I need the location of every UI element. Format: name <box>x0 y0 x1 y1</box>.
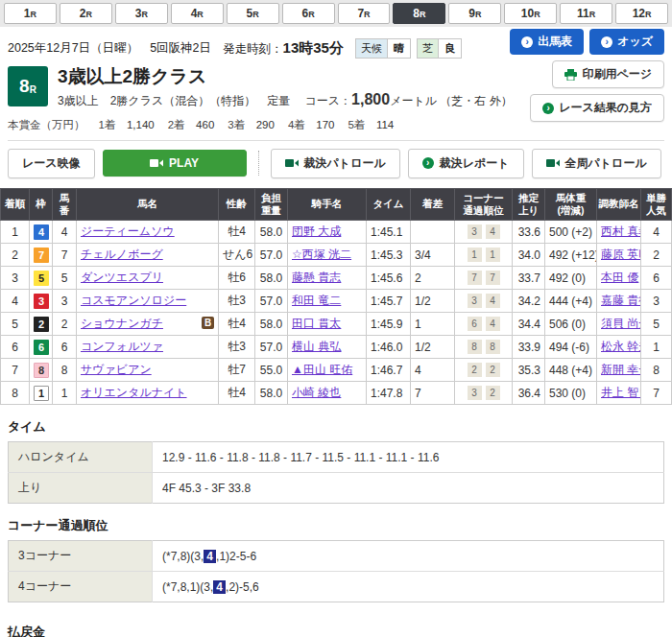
trainer-name-link[interactable]: 嘉藤 貴行 <box>601 294 641 307</box>
corner-positions: 22 <box>455 359 513 382</box>
race-tab-2R[interactable]: 2R <box>60 3 112 24</box>
jockey-name-link[interactable]: 小崎 綾也 <box>292 386 341 399</box>
time-row-value: 4F 45.3 - 3F 33.8 <box>153 473 664 504</box>
race-date: 2025年12月7日（日曜） <box>8 40 138 57</box>
payout-section: 払戻金 単勝4800円4番人気枠連馬連4-71,340円5番人気複勝4200円3… <box>0 624 672 637</box>
jockey-name-link[interactable]: 藤懸 貴志 <box>292 271 341 284</box>
corner-position-badge: 3 <box>468 294 482 308</box>
trainer-name-link[interactable]: 西村 真幸 <box>601 224 641 238</box>
winner-highlight-mark: 4 <box>213 580 226 594</box>
horse-name-link[interactable]: コスモアンソロジー <box>81 294 186 307</box>
corner-positions: 32 <box>455 382 513 405</box>
prize-item: 3着 290 <box>228 118 275 132</box>
race-tab-3R[interactable]: 3R <box>115 3 168 24</box>
race-tab-8R[interactable]: 8R <box>393 3 445 24</box>
horse-name-link[interactable]: オリエンタルナイト <box>81 386 187 399</box>
jockey-name-link[interactable]: ☆西塚 洸二 <box>292 248 351 261</box>
weather-badge: 天候 晴 <box>355 38 411 59</box>
race-tab-unit: R <box>645 10 652 19</box>
margin: 1/2 <box>411 290 455 313</box>
race-tab-unit: R <box>475 10 482 19</box>
results-guide-button[interactable]: › レース結果の見方 <box>530 94 664 122</box>
jockey-cell: 団野 大成 <box>288 221 367 244</box>
prize-item: 1着 1,140 <box>99 118 155 132</box>
horse-number: 2 <box>53 313 77 336</box>
race-tab-7R[interactable]: 7R <box>338 3 391 24</box>
frame-cell: 7 <box>30 244 53 267</box>
trainer-name-link[interactable]: 井上 智史 <box>601 386 641 399</box>
video-camera-icon <box>285 158 299 168</box>
all-round-patrol-label: 全周パトロール <box>565 155 647 172</box>
jockey-name-link[interactable]: 田口 貫太 <box>292 317 341 330</box>
last-3f-time: 33.7 <box>513 267 545 290</box>
race-tab-9R[interactable]: 9R <box>448 3 501 24</box>
finish-time: 1:47.8 <box>367 382 411 405</box>
odds-button[interactable]: › オッズ <box>589 29 664 55</box>
print-page-button[interactable]: 印刷用ページ <box>552 60 664 88</box>
corner-position-badge: 7 <box>486 271 500 285</box>
margin: 1/2 <box>411 336 455 359</box>
trainer-name-link[interactable]: 新開 幸一 <box>601 363 641 376</box>
button-separator <box>258 151 259 176</box>
stewards-report-button[interactable]: › 裁決レポート <box>408 149 524 178</box>
race-tab-unit: R <box>85 10 92 19</box>
horse-name-link[interactable]: ショウナンガチ <box>81 317 163 330</box>
horse-name-link[interactable]: チェルノボーグ <box>81 248 163 261</box>
horse-name-link[interactable]: ダンツエスプリ <box>81 271 163 284</box>
entries-button[interactable]: › 出馬表 <box>510 29 584 55</box>
race-tab-unit: R <box>31 10 37 19</box>
race-tab-6R[interactable]: 6R <box>282 3 335 24</box>
race-video-button[interactable]: レース映像 <box>8 149 95 178</box>
results-col-header: 馬名 <box>77 188 219 220</box>
jockey-name-link[interactable]: 和田 竜二 <box>292 294 341 307</box>
trainer-name-link[interactable]: 藤原 英昭 <box>601 248 641 261</box>
horse-name-cell: ショウナンガチB <box>77 313 219 336</box>
prize-place: 1着 <box>99 119 127 130</box>
turf-value: 良 <box>439 39 461 58</box>
race-tab-11R[interactable]: 11R <box>560 3 612 24</box>
corner-row: 4コーナー(*7,8,1)(3,4,2)-5,6 <box>9 572 664 602</box>
result-row: 355ダンツエスプリ牡658.0藤懸 貴志1:45.627733.7492 (0… <box>1 267 672 290</box>
jockey-name-link[interactable]: 横山 典弘 <box>292 340 341 353</box>
stewards-patrol-button[interactable]: 裁決パトロール <box>271 149 400 178</box>
race-tab-12R[interactable]: 12R <box>615 3 668 24</box>
trainer-cell: 井上 智史 <box>597 382 641 405</box>
corner-order-text: ,1)2-5-6 <box>216 550 256 563</box>
prize-amount: 1,140 <box>127 119 155 130</box>
carried-weight: 58.0 <box>255 267 288 290</box>
horse-weight: 492 (0) <box>545 267 597 290</box>
results-col-header: 馬 番 <box>53 188 77 220</box>
last-3f-time: 34.4 <box>513 313 545 336</box>
race-tab-bar: 1R2R3R4R5R6R7R8R9R10R11R12R <box>0 0 672 27</box>
stewards-patrol-label: 裁決パトロール <box>304 155 386 172</box>
race-tab-number: 12 <box>633 7 645 20</box>
turf-condition-badge: 芝 良 <box>417 38 462 59</box>
all-round-patrol-button[interactable]: 全周パトロール <box>532 149 661 178</box>
horse-name-link[interactable]: コンフォルツァ <box>81 340 163 353</box>
race-tab-1R[interactable]: 1R <box>4 3 57 24</box>
race-tab-number: 1 <box>24 7 31 20</box>
jockey-name-link[interactable]: ▲田山 旺佑 <box>292 363 352 376</box>
circle-arrow-icon: › <box>422 157 434 169</box>
carried-weight: 55.0 <box>255 359 288 382</box>
media-buttons-row: レース映像 PLAY 裁決パトロール › 裁決レポート 全周パトロール <box>0 141 672 186</box>
horse-name-link[interactable]: サヴァビアン <box>81 363 152 376</box>
prize-amount: 170 <box>316 119 334 130</box>
race-tab-10R[interactable]: 10R <box>504 3 557 24</box>
carried-weight: 58.0 <box>255 382 288 405</box>
race-tab-4R[interactable]: 4R <box>171 3 224 24</box>
trainer-name-link[interactable]: 須貝 尚介 <box>601 317 641 330</box>
race-tab-unit: R <box>308 10 315 19</box>
corner-position-badge: 8 <box>468 340 482 354</box>
time-row-value: 12.9 - 11.6 - 11.8 - 11.8 - 11.7 - 11.5 … <box>153 442 664 473</box>
trainer-name-link[interactable]: 本田 優 <box>601 271 638 284</box>
trainer-name-link[interactable]: 松永 幹夫 <box>601 340 641 353</box>
race-number-badge: 8R <box>8 66 48 106</box>
jockey-name-link[interactable]: 団野 大成 <box>292 224 341 238</box>
result-row: 433コスモアンソロジー牡357.0和田 竜二1:45.71/23434.244… <box>1 290 672 313</box>
corner-row: 3コーナー(*7,8)(3,4,1)2-5-6 <box>9 541 664 572</box>
horse-name-link[interactable]: ジーティームソウ <box>81 224 175 238</box>
carried-weight: 57.0 <box>255 244 288 267</box>
race-tab-5R[interactable]: 5R <box>227 3 279 24</box>
play-button[interactable]: PLAY <box>103 150 247 177</box>
